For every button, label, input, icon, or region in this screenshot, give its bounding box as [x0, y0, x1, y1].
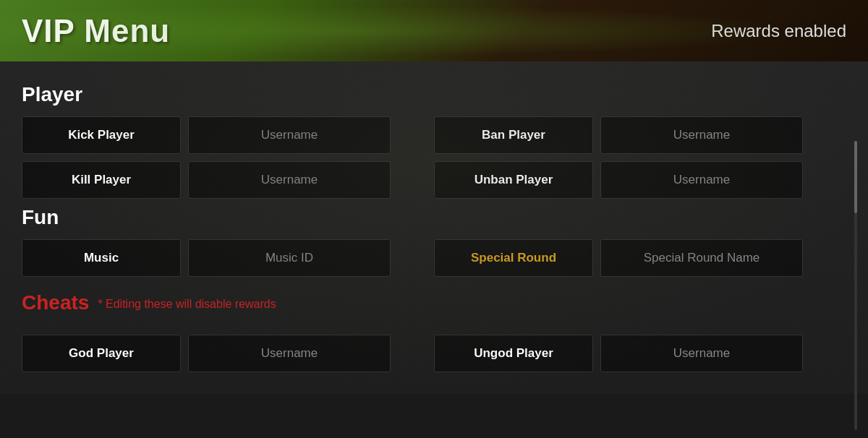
cheats-warning-text: * Editing these will disable rewards — [98, 298, 276, 311]
music-button[interactable]: Music — [22, 239, 181, 277]
unban-player-username-input[interactable]: Username — [600, 161, 803, 199]
player-section-title: Player — [22, 83, 846, 106]
fun-section-title: Fun — [22, 206, 846, 229]
scrollbar-thumb[interactable] — [854, 141, 857, 213]
special-round-name-input[interactable]: Special Round Name — [600, 239, 803, 277]
header: VIP Menu Rewards enabled — [0, 0, 868, 61]
player-row-2: Kill Player Username Unban Player Userna… — [22, 161, 846, 199]
unban-player-button[interactable]: Unban Player — [434, 161, 593, 199]
god-player-button[interactable]: God Player — [22, 335, 181, 372]
ban-player-username-input[interactable]: Username — [600, 116, 803, 154]
cheats-section: Cheats * Editing these will disable rewa… — [22, 284, 846, 372]
cheats-row-1: God Player Username Ungod Player Usernam… — [22, 335, 846, 372]
ban-player-button[interactable]: Ban Player — [434, 116, 593, 154]
ungod-player-username-input[interactable]: Username — [600, 335, 803, 372]
scrollbar[interactable] — [854, 141, 857, 430]
kick-player-username-input[interactable]: Username — [188, 116, 391, 154]
app-container: VIP Menu Rewards enabled Player Kick Pla… — [0, 0, 868, 394]
player-section: Player Kick Player Username Ban Player U… — [22, 83, 846, 199]
cheats-header-row: Cheats * Editing these will disable rewa… — [22, 284, 846, 325]
special-round-button[interactable]: Special Round — [434, 239, 593, 277]
app-title: VIP Menu — [22, 13, 170, 49]
fun-section: Fun Music Music ID Special Round Special… — [22, 206, 846, 277]
fun-row-1: Music Music ID Special Round Special Rou… — [22, 239, 846, 277]
music-id-input[interactable]: Music ID — [188, 239, 391, 277]
content-area: Player Kick Player Username Ban Player U… — [0, 61, 868, 394]
kill-player-username-input[interactable]: Username — [188, 161, 391, 199]
god-player-username-input[interactable]: Username — [188, 335, 391, 372]
rewards-status: Rewards enabled — [711, 21, 846, 41]
kill-player-button[interactable]: Kill Player — [22, 161, 181, 199]
ungod-player-button[interactable]: Ungod Player — [434, 335, 593, 372]
kick-player-button[interactable]: Kick Player — [22, 116, 181, 154]
player-row-1: Kick Player Username Ban Player Username — [22, 116, 846, 154]
cheats-section-title: Cheats — [22, 291, 89, 314]
